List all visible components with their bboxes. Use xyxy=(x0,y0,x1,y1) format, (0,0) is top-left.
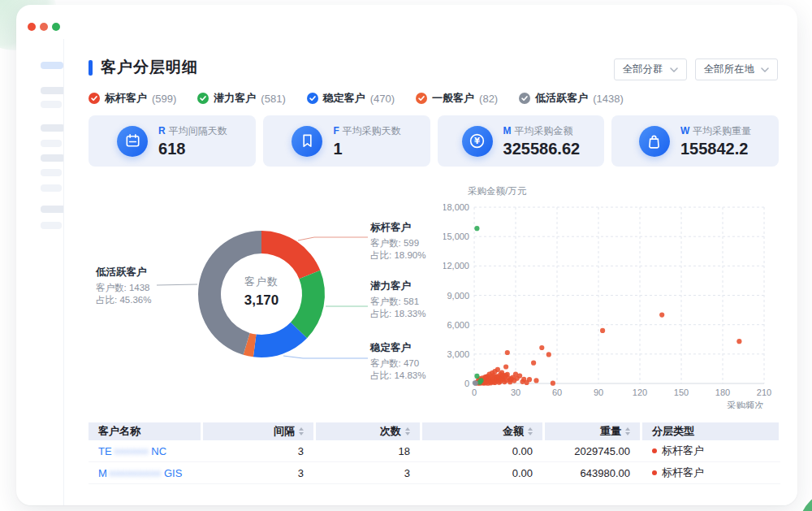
cell-times: 18 xyxy=(316,440,420,461)
scatter-point[interactable] xyxy=(600,328,605,333)
sidebar-item[interactable] xyxy=(41,140,62,147)
donut-center-value: 3,170 xyxy=(197,292,326,309)
table-header-col2[interactable]: 次数 xyxy=(316,422,420,440)
filters: 全部分群全部所在地 xyxy=(614,58,779,80)
table-header-type: 分层类型 xyxy=(642,422,779,440)
main-panel: 客户分层明细 全部分群全部所在地 标杆客户(599)潜力客户(581)稳定客户(… xyxy=(63,39,797,505)
page: { "window": { "traffic_lights": [ {"name… xyxy=(0,0,812,511)
kpi-value: 1 xyxy=(333,140,400,158)
sort-icon[interactable] xyxy=(299,427,304,435)
scatter-point[interactable] xyxy=(527,377,532,382)
cell-weight: 2029745.00 xyxy=(545,440,640,461)
svg-text:12,000: 12,000 xyxy=(443,261,469,271)
scatter-point[interactable] xyxy=(495,367,500,372)
segment-type-dot-icon xyxy=(652,470,657,475)
legend-item-1[interactable]: 潜力客户(581) xyxy=(197,91,285,106)
scatter-point[interactable] xyxy=(533,378,538,383)
sort-icon[interactable] xyxy=(625,427,630,435)
cell-interval: 3 xyxy=(203,440,313,461)
table-header-name: 客户名称 xyxy=(89,422,201,440)
scatter-point[interactable] xyxy=(505,350,510,355)
customer-name-link[interactable]: TEooooooNC xyxy=(98,445,166,457)
cell-segment-type: 标杆客户 xyxy=(642,462,779,483)
page-head: 客户分层明细 xyxy=(89,57,198,78)
donut-callout-低活跃客户: 低活跃客户客户数: 1438占比: 45.36% xyxy=(96,266,185,306)
legend-label: 标杆客户 xyxy=(105,91,147,106)
check-circle-icon xyxy=(307,93,318,104)
table-row[interactable]: TEooooooNC3180.002029745.00标杆客户 xyxy=(89,440,780,462)
scatter-series-潜力客户 xyxy=(474,226,483,385)
donut-slice-标杆客户[interactable] xyxy=(261,231,320,279)
scatter-point[interactable] xyxy=(474,226,479,231)
scatter-point[interactable] xyxy=(473,381,478,386)
scatter-point[interactable] xyxy=(659,313,664,318)
filter-dropdown-1[interactable]: 全部所在地 xyxy=(695,58,779,80)
svg-text:180: 180 xyxy=(715,388,730,397)
customer-name-link[interactable]: MoooooooooGIS xyxy=(98,467,182,479)
scatter-point[interactable] xyxy=(546,352,551,357)
sidebar xyxy=(16,5,63,505)
legend-item-3[interactable]: 一般客户(82) xyxy=(416,91,498,106)
svg-text:¥: ¥ xyxy=(474,136,480,145)
kpi-label: R平均间隔天数 xyxy=(158,124,227,138)
sidebar-item[interactable] xyxy=(41,101,62,108)
svg-text:3,000: 3,000 xyxy=(447,349,469,359)
masked-text: ooooooooo xyxy=(110,468,162,478)
segment-type-dot-icon xyxy=(652,448,657,453)
check-circle-icon xyxy=(89,93,100,104)
legend-item-2[interactable]: 稳定客户(470) xyxy=(307,91,395,106)
kpi-value: 155842.2 xyxy=(680,140,751,158)
legend-item-4[interactable]: 低活跃客户(1438) xyxy=(519,91,624,106)
kpi-meta: W平均采购重量155842.2 xyxy=(680,124,751,158)
sidebar-item-active[interactable] xyxy=(41,62,63,69)
sort-icon[interactable] xyxy=(528,427,533,435)
scatter-chart: 030609012015018021003,0006,0009,00012,00… xyxy=(443,183,784,409)
kpi-meta: R平均间隔天数618 xyxy=(158,124,227,158)
check-circle-icon xyxy=(416,93,427,104)
bag-icon xyxy=(639,126,670,157)
table-row[interactable]: MoooooooooGIS330.00643980.00标杆客户 xyxy=(89,462,780,484)
sidebar-item[interactable] xyxy=(41,184,62,192)
scatter-series-标杆客户 xyxy=(474,313,741,386)
sort-icon[interactable] xyxy=(405,427,410,435)
legend-label: 低活跃客户 xyxy=(535,91,588,106)
customer-name-cell: MoooooooooGIS xyxy=(89,462,201,483)
scatter-gridlines xyxy=(474,207,764,383)
table-header-col4[interactable]: 重量 xyxy=(545,422,640,440)
scatter-point[interactable] xyxy=(477,379,482,384)
kpi-letter: F xyxy=(333,125,339,136)
svg-text:210: 210 xyxy=(757,388,771,397)
scatter-point[interactable] xyxy=(551,381,555,386)
sidebar-item[interactable] xyxy=(41,222,62,229)
legend-label: 稳定客户 xyxy=(323,91,365,106)
legend-item-0[interactable]: 标杆客户(599) xyxy=(89,91,176,106)
scatter-point[interactable] xyxy=(517,373,522,378)
filter-dropdown-0[interactable]: 全部分群 xyxy=(614,58,687,80)
table-header-col1[interactable]: 间隔 xyxy=(203,422,313,440)
sidebar-item[interactable] xyxy=(41,169,62,176)
kpi-letter: W xyxy=(680,125,689,136)
sidebar-item[interactable] xyxy=(41,124,65,132)
cell-segment-type: 标杆客户 xyxy=(642,440,779,461)
kpi-letter: M xyxy=(503,125,512,136)
cell-amount: 0.00 xyxy=(422,462,542,483)
svg-text:9,000: 9,000 xyxy=(447,291,469,301)
scatter-point[interactable] xyxy=(503,364,508,369)
scatter-point[interactable] xyxy=(736,339,741,344)
legend-label: 一般客户 xyxy=(432,91,474,106)
table-header-col3[interactable]: 金额 xyxy=(422,422,542,440)
donut-center-label: 客户数 xyxy=(197,275,326,289)
scatter-point[interactable] xyxy=(474,374,479,379)
kpi-value: 618 xyxy=(158,140,227,158)
filter-dropdown-label: 全部所在地 xyxy=(704,63,755,76)
legend-count: (581) xyxy=(261,93,285,105)
scatter-point[interactable] xyxy=(539,345,544,350)
kpi-card-R: R平均间隔天数618 xyxy=(89,115,256,167)
sidebar-item[interactable] xyxy=(41,154,65,162)
kpi-card-F: F平均采购天数1 xyxy=(263,115,430,167)
scatter-point[interactable] xyxy=(531,361,536,366)
kpi-label: W平均采购重量 xyxy=(680,124,751,138)
kpi-label: M平均采购金额 xyxy=(503,124,581,138)
calendar-icon xyxy=(117,126,148,157)
scatter-xlabel: 采购频次 xyxy=(727,401,764,409)
